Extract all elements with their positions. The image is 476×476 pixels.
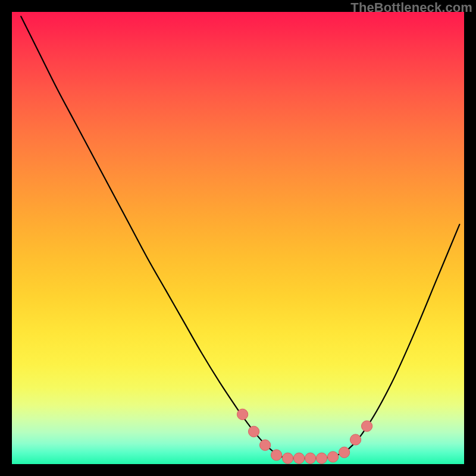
chart-container: TheBottleneck.com: [0, 0, 476, 476]
curve-marker: [327, 452, 338, 462]
curve-marker: [305, 453, 315, 464]
curve-marker: [282, 453, 293, 464]
curve-marker: [350, 434, 361, 445]
curve-markers: [237, 409, 372, 464]
plot-area: [12, 12, 464, 464]
curve-marker: [259, 440, 270, 450]
curve-layer: [12, 12, 464, 464]
curve-marker: [339, 447, 349, 458]
curve-marker: [293, 453, 304, 464]
watermark-text: TheBottleneck.com: [350, 0, 472, 15]
curve-marker: [316, 453, 327, 464]
curve-marker: [271, 450, 281, 461]
curve-marker: [237, 409, 248, 419]
bottleneck-curve: [21, 17, 459, 459]
curve-marker: [248, 426, 259, 437]
curve-marker: [361, 421, 372, 431]
